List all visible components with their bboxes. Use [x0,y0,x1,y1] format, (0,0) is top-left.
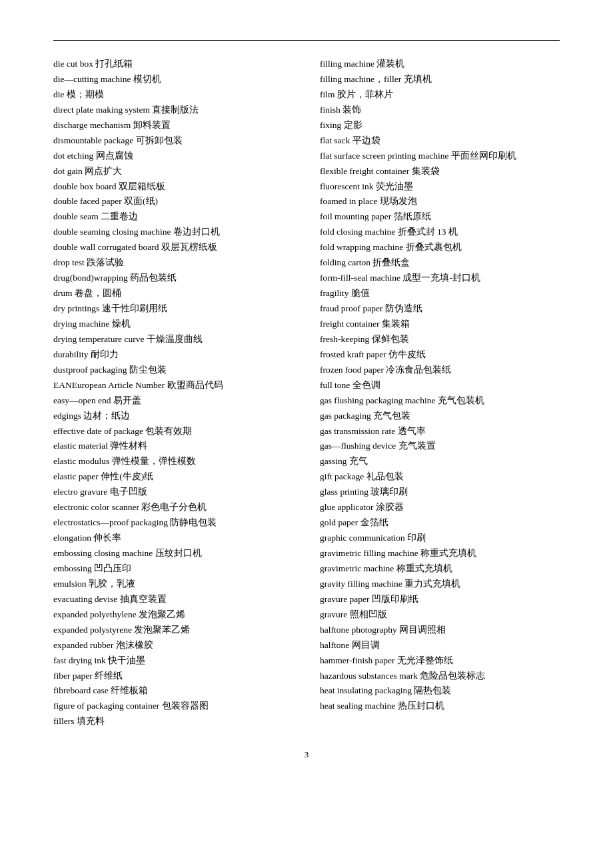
list-item: filling machine 灌装机 [320,57,560,72]
page: die cut box 打孔纸箱die—cutting machine 模切机d… [0,0,613,800]
right-column: filling machine 灌装机filling machine，fille… [320,57,560,729]
list-item: fiber paper 纤维纸 [53,669,293,684]
list-item: fragility 脆值 [320,286,560,301]
list-item: gift package 礼品包装 [320,469,560,485]
list-item: heat insulating packaging 隔热包装 [320,683,560,699]
list-item: embossing closing machine 压纹封口机 [53,546,293,561]
list-item: fraud proof paper 防伪造纸 [320,301,560,317]
list-item: emulsion 乳胶，乳液 [53,577,293,592]
list-item: edgings 边材；纸边 [53,409,293,424]
list-item: drum 卷盘，圆桶 [53,286,293,301]
list-item: graphic communication 印刷 [320,531,560,546]
list-item: elastic paper 伸性(牛皮)纸 [53,469,293,485]
list-item: expanded rubber 泡沫橡胶 [53,638,293,653]
list-item: folding carton 折叠纸盒 [320,255,560,271]
list-item: expanded polyethylene 发泡聚乙烯 [53,607,293,623]
list-item: gravure paper 凹版印刷纸 [320,592,560,607]
list-item: gassing 充气 [320,454,560,469]
list-item: freight container 集装箱 [320,317,560,332]
list-item: flexible freight container 集装袋 [320,164,560,179]
list-item: film 胶片，菲林片 [320,87,560,103]
list-item: dismountable package 可拆卸包装 [53,133,293,149]
list-item: elastic modulus 弹性模量，弹性模数 [53,454,293,469]
list-item: double wall corrugated board 双层瓦楞纸板 [53,240,293,255]
list-item: elastic material 弹性材料 [53,439,293,454]
list-item: double box board 双层箱纸板 [53,179,293,195]
list-item: form-fill-seal machine 成型一充填-封口机 [320,271,560,286]
column-divider [293,57,320,729]
list-item: fluorescent ink 荧光油墨 [320,179,560,195]
list-item: drop test 跌落试验 [53,255,293,271]
list-item: die cut box 打孔纸箱 [53,57,293,72]
list-item: expanded polystyrene 发泡聚苯乙烯 [53,623,293,638]
top-border [53,40,560,41]
list-item: gravure 照相凹版 [320,607,560,623]
list-item: gas—flushing device 充气装置 [320,439,560,454]
list-item: frozen food paper 冷冻食品包装纸 [320,363,560,378]
list-item: double seam 二重卷边 [53,209,293,225]
list-item: hammer-finish paper 无光泽整饰纸 [320,653,560,669]
list-item: dot etching 网点腐蚀 [53,149,293,164]
list-item: elongation 伸长率 [53,531,293,546]
list-item: gravimetric machine 称重式充填机 [320,561,560,577]
list-item: dry printings 速干性印刷用纸 [53,301,293,317]
list-item: fold wrapping machine 折叠式裹包机 [320,240,560,255]
list-item: gravity filling machine 重力式充填机 [320,577,560,592]
list-item: figure of packaging container 包装容器图 [53,699,293,714]
list-item: gas flushing packaging machine 充气包装机 [320,393,560,409]
list-item: dot gain 网点扩大 [53,164,293,179]
list-item: double faced paper 双面(纸) [53,194,293,209]
list-item: foamed in place 现场发泡 [320,194,560,209]
list-item: die 模；期模 [53,87,293,103]
list-item: glue applicator 涂胶器 [320,500,560,515]
left-column: die cut box 打孔纸箱die—cutting machine 模切机d… [53,57,293,729]
list-item: filling machine，filler 充填机 [320,72,560,87]
list-item: easy—open end 易开盖 [53,393,293,409]
list-item: gold paper 金箔纸 [320,515,560,531]
list-item: foil mounting paper 箔纸原纸 [320,209,560,225]
list-item: fibreboard case 纤维板箱 [53,683,293,699]
list-item: finish 装饰 [320,103,560,118]
list-item: glass printing 玻璃印刷 [320,485,560,500]
list-item: discharge mechanism 卸料装置 [53,118,293,133]
list-item: halftone 网目调 [320,638,560,653]
list-item: drying machine 燥机 [53,317,293,332]
list-item: fold closing machine 折叠式封 13 机 [320,225,560,240]
list-item: evacuating devise 抽真空装置 [53,592,293,607]
list-item: drying temperature curve 干燥温度曲线 [53,332,293,347]
list-item: gravimetric filling machine 称重式充填机 [320,546,560,561]
list-item: hazardous substances mark 危险品包装标志 [320,669,560,684]
content: die cut box 打孔纸箱die—cutting machine 模切机d… [53,57,560,729]
list-item: fixing 定影 [320,118,560,133]
list-item: dustproof packaging 防尘包装 [53,363,293,378]
list-item: full tone 全色调 [320,378,560,393]
list-item: electrostatics—proof packaging 防静电包装 [53,515,293,531]
list-item: electronic color scanner 彩色电子分色机 [53,500,293,515]
list-item: EANEuropean Article Number 欧盟商品代码 [53,378,293,393]
list-item: frosted kraft paper 仿牛皮纸 [320,347,560,363]
page-number: 3 [53,749,560,760]
list-item: fast drying ink 快干油墨 [53,653,293,669]
list-item: heat sealing machine 热压封口机 [320,699,560,714]
list-item: gas transmission rate 透气率 [320,424,560,439]
list-item: effective date of package 包装有效期 [53,424,293,439]
list-item: double seaming closing machine 卷边封口机 [53,225,293,240]
list-item: fresh-keeping 保鲜包装 [320,332,560,347]
list-item: flat sack 平边袋 [320,133,560,149]
list-item: flat surface screen printing machine 平面丝… [320,149,560,164]
list-item: die—cutting machine 模切机 [53,72,293,87]
list-item: drug(bond)wrapping 药品包装纸 [53,271,293,286]
list-item: electro gravure 电子凹版 [53,485,293,500]
list-item: halftone photography 网目调照相 [320,623,560,638]
list-item: direct plate making system 直接制版法 [53,103,293,118]
list-item: gas packaging 充气包装 [320,409,560,424]
list-item: fillers 填充料 [53,714,293,729]
list-item: embossing 凹凸压印 [53,561,293,577]
list-item: durability 耐印力 [53,347,293,363]
